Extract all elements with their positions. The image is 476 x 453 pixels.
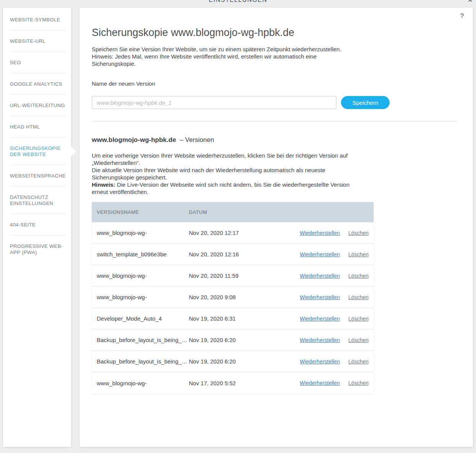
active-item-pointer-icon	[71, 147, 76, 156]
table-row: www_blogmojo-wg- Nov 20, 2020 12:17 Wied…	[92, 222, 374, 244]
sidebar-item-head-html[interactable]: HEAD HTML	[3, 116, 71, 138]
delete-link[interactable]: Löschen	[348, 273, 369, 279]
sidebar-item-label: WEBSITE-URL	[10, 38, 45, 44]
sidebar-item-label: PROGRESSIVE WEB-APP (PWA)	[10, 243, 63, 255]
new-version-name-label: Name der neuen Version	[92, 80, 461, 87]
sidebar-item-label: WEBSITE-SYMBOLE	[10, 17, 60, 23]
sidebar-item-label: GOOGLE ANALYTICS	[10, 81, 62, 87]
delete-link[interactable]: Löschen	[348, 316, 369, 322]
sidebar-item-label: SICHERUNGSKOPIE DER WEBSITE	[10, 145, 60, 157]
restore-link[interactable]: Wiederherstellen	[300, 358, 340, 365]
text-line: Speichern Sie eine Version Ihrer Website…	[92, 46, 461, 53]
version-name: www_blogmojo-wg-	[92, 380, 189, 386]
version-name: Backup_before_layout_is_being_…	[92, 337, 189, 343]
text-line: „Wiederherstellen“.	[92, 159, 461, 166]
text-line: Um eine vorherige Version Ihrer Website …	[92, 152, 461, 159]
versions-heading-site: www.blogmojo-wg-hpbk.de	[92, 136, 176, 143]
versions-description: Um eine vorherige Version Ihrer Website …	[92, 152, 461, 196]
version-date: Nov 20, 2020 12:17	[189, 230, 273, 236]
delete-link[interactable]: Löschen	[348, 358, 369, 365]
sidebar-item-datenschutz-einstellungen[interactable]: DATENSCHUTZ EINSTELLUNGEN	[3, 187, 71, 214]
intro-text: Speichern Sie eine Version Ihrer Website…	[92, 46, 461, 67]
help-icon[interactable]: ?	[460, 12, 464, 20]
row-actions: Wiederherstellen Löschen	[273, 251, 374, 257]
versions-heading: www.blogmojo-wg-hpbk.de – Versionen	[92, 136, 461, 144]
version-name: Developer_Mode_Auto_4	[92, 315, 189, 322]
version-name-input[interactable]	[92, 96, 336, 109]
delete-link[interactable]: Löschen	[348, 230, 369, 236]
restore-link[interactable]: Wiederherstellen	[300, 294, 340, 300]
version-date: Nov 20, 2020 9:08	[189, 294, 273, 300]
delete-link[interactable]: Löschen	[348, 380, 369, 386]
table-row: Developer_Mode_Auto_4 Nov 19, 2020 6:31 …	[92, 308, 374, 329]
restore-link[interactable]: Wiederherstellen	[300, 273, 340, 279]
text-line: Hinweis: Die Live-Version der Webseite w…	[92, 181, 461, 188]
sidebar-item-seo[interactable]: SEO	[3, 52, 71, 73]
version-name: www_blogmojo-wg-	[92, 272, 189, 279]
version-date: Nov 20, 2020 12:16	[189, 251, 273, 257]
sidebar-item-website-url[interactable]: WEBSITE-URL	[3, 31, 71, 52]
version-date: Nov 19, 2020 6:20	[189, 358, 273, 365]
table-row: Backup_before_layout_is_being_… Nov 19, …	[92, 351, 374, 372]
settings-main-panel: ? Sicherungskopie www.blogmojo-wg-hpbk.d…	[80, 8, 473, 447]
versions-table: VERSIONSNAME DATUM www_blogmojo-wg- Nov …	[92, 202, 374, 394]
text-line: Sicherungskopie.	[92, 60, 461, 67]
close-icon[interactable]: ✕	[468, 0, 473, 4]
sidebar-item-label: URL-WEITERLEITUNG	[10, 103, 65, 108]
sidebar-nav: WEBSITE-SYMBOLE WEBSITE-URL SEO GOOGLE A…	[3, 8, 71, 263]
sidebar-item-404-seite[interactable]: 404-SEITE	[3, 214, 71, 236]
window-title: EINSTELLUNGEN	[0, 0, 476, 3]
row-actions: Wiederherstellen Löschen	[273, 358, 374, 365]
restore-link[interactable]: Wiederherstellen	[300, 251, 340, 257]
version-name: Backup_before_layout_is_being_…	[92, 358, 189, 365]
version-date: Nov 19, 2020 6:31	[189, 315, 273, 322]
version-name: switch_template_b096e3be	[92, 251, 189, 257]
restore-link[interactable]: Wiederherstellen	[300, 230, 340, 236]
table-row: www_blogmojo-wg- Nov 17, 2020 5:52 Wiede…	[92, 372, 374, 394]
text-line: Hinweis: Jedes Mal, wenn Ihre Website ve…	[92, 53, 461, 60]
row-actions: Wiederherstellen Löschen	[273, 230, 374, 236]
text-line: erneut veröffentlichen.	[92, 188, 461, 196]
sidebar-item-label: SEO	[10, 60, 21, 65]
text-line: Sicherungskopie gespeichert.	[92, 174, 461, 181]
version-name: www_blogmojo-wg-	[92, 230, 189, 236]
version-date: Nov 20, 2020 11:59	[189, 272, 273, 279]
sidebar-item-url-weiterleitung[interactable]: URL-WEITERLEITUNG	[3, 95, 71, 116]
sidebar-item-label: 404-SEITE	[10, 222, 36, 228]
delete-link[interactable]: Löschen	[348, 294, 369, 300]
sidebar-item-website-symbole[interactable]: WEBSITE-SYMBOLE	[3, 9, 71, 31]
text-line: Die aktuelle Version Ihrer Website wird …	[92, 166, 461, 174]
sidebar-item-google-analytics[interactable]: GOOGLE ANALYTICS	[3, 73, 71, 95]
restore-link[interactable]: Wiederherstellen	[300, 316, 340, 322]
restore-link[interactable]: Wiederherstellen	[300, 337, 340, 343]
row-actions: Wiederherstellen Löschen	[273, 273, 374, 279]
settings-sidebar: WEBSITE-SYMBOLE WEBSITE-URL SEO GOOGLE A…	[3, 8, 71, 447]
delete-link[interactable]: Löschen	[348, 251, 369, 257]
row-actions: Wiederherstellen Löschen	[273, 316, 374, 322]
restore-link[interactable]: Wiederherstellen	[300, 380, 340, 386]
table-row: switch_template_b096e3be Nov 20, 2020 12…	[92, 244, 374, 265]
sidebar-item-label: WEBSEITENSPRACHE	[10, 173, 66, 179]
sidebar-item-webseitensprache[interactable]: WEBSEITENSPRACHE	[3, 165, 71, 187]
row-actions: Wiederherstellen Löschen	[273, 337, 374, 343]
sidebar-item-progressive-web-app-pwa[interactable]: PROGRESSIVE WEB-APP (PWA)	[3, 236, 71, 263]
sidebar-item-label: HEAD HTML	[10, 124, 40, 130]
delete-link[interactable]: Löschen	[348, 337, 369, 343]
versions-table-header: VERSIONSNAME DATUM	[92, 202, 374, 222]
row-actions: Wiederherstellen Löschen	[273, 380, 374, 386]
new-version-form: Speichern	[92, 96, 461, 109]
version-date: Nov 19, 2020 6:20	[189, 337, 273, 343]
table-row: www_blogmojo-wg- Nov 20, 2020 9:08 Wiede…	[92, 287, 374, 308]
version-name: www_blogmojo-wg-	[92, 294, 189, 300]
table-row: www_blogmojo-wg- Nov 20, 2020 11:59 Wied…	[92, 265, 374, 287]
save-button[interactable]: Speichern	[341, 96, 390, 109]
page-title: Sicherungskopie www.blogmojo-wg-hpbk.de	[92, 27, 461, 39]
column-header-versionsname: VERSIONSNAME	[92, 209, 189, 215]
sidebar-item-sicherungskopie-der-website[interactable]: SICHERUNGSKOPIE DER WEBSITE	[3, 138, 71, 165]
sidebar-item-label: DATENSCHUTZ EINSTELLUNGEN	[10, 194, 54, 206]
versions-heading-suffix: – Versionen	[180, 136, 214, 143]
section-divider	[92, 121, 457, 122]
versions-table-body: www_blogmojo-wg- Nov 20, 2020 12:17 Wied…	[92, 222, 374, 394]
row-actions: Wiederherstellen Löschen	[273, 294, 374, 300]
table-row: Backup_before_layout_is_being_… Nov 19, …	[92, 329, 374, 351]
